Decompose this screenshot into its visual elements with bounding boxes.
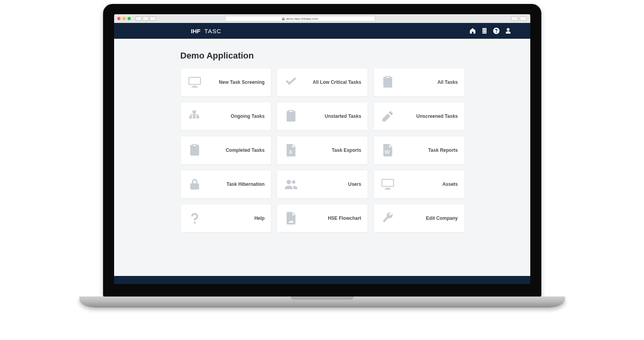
tabs-button[interactable] [520,16,527,21]
forward-button[interactable] [143,16,149,21]
card-all-tasks[interactable]: All Tasks [374,68,465,96]
app-name: TASC [205,28,222,34]
address-bar[interactable]: demo.tasc.ihfsaas.com [225,16,375,21]
card-all-low-critical-tasks[interactable]: All Low Critical Tasks [277,68,368,96]
content-area: Demo Application New Task Screening All … [114,39,530,276]
card-label: Users [301,181,361,187]
card-label: All Tasks [398,79,458,85]
share-button[interactable] [511,16,518,21]
account-button[interactable] [505,28,511,34]
user-icon [505,28,511,34]
close-window-button[interactable] [117,17,120,20]
laptop-mockup: demo.tasc.ihfsaas.com IHF TASC [103,4,541,308]
help-icon [493,28,499,34]
laptop-bezel: demo.tasc.ihfsaas.com IHF TASC [103,4,541,297]
card-edit-company[interactable]: Edit Company [374,204,465,232]
app-window: IHF TASC Demo Application New T [114,23,530,284]
card-label: HSE Flowchart [301,215,361,221]
card-label: Assets [398,181,458,187]
sitemap-icon [188,109,202,123]
brand: IHF TASC [191,28,222,34]
home-button[interactable] [469,28,476,34]
laptop-base [79,297,565,308]
page-title: Demo Application [180,51,465,61]
svg-text:W: W [385,149,390,155]
card-help[interactable]: Help [180,204,272,232]
app-header: IHF TASC [114,23,530,39]
url-text: demo.tasc.ihfsaas.com [286,17,318,21]
monitor-icon [381,177,395,191]
card-label: Completed Tasks [205,147,265,153]
window-controls [117,17,131,20]
card-label: Unstarted Tasks [301,113,361,119]
card-assets[interactable]: Assets [374,170,465,198]
monitor-icon [188,75,202,89]
minimize-window-button[interactable] [122,17,126,20]
card-ongoing-tasks[interactable]: Ongoing Tasks [180,102,272,130]
check-icon [284,75,298,89]
browser-toolbar: demo.tasc.ihfsaas.com [114,14,530,23]
nav-buttons [135,16,156,21]
header-actions [469,28,511,34]
card-unscreened-tasks[interactable]: Unscreened Tasks [374,102,465,130]
card-label: New Task Screening [205,79,265,85]
file-excel-icon: X [284,143,298,157]
home-icon [469,28,476,34]
card-hse-flowchart[interactable]: HSE Flowchart [277,204,368,232]
card-label: Edit Company [398,215,458,221]
back-button[interactable] [135,16,142,21]
card-label: Help [205,215,265,221]
card-users[interactable]: Users [277,170,368,198]
help-button[interactable] [493,28,499,34]
card-label: Task Reports [398,147,458,153]
question-icon [188,211,202,225]
file-word-icon: W [381,143,395,157]
file-image-icon [284,211,298,225]
logo-icon: IHF [191,28,201,34]
sidebar-button[interactable] [150,16,156,21]
clipboard-icon [284,109,298,123]
dashboard-grid: New Task Screening All Low Critical Task… [180,68,465,232]
building-icon [481,28,488,34]
card-new-task-screening[interactable]: New Task Screening [180,68,272,96]
users-icon [284,177,298,191]
card-task-exports[interactable]: X Task Exports [277,136,368,164]
lock-icon [188,177,202,191]
clipboard-check-icon [188,143,202,157]
card-completed-tasks[interactable]: Completed Tasks [180,136,272,164]
card-label: Ongoing Tasks [205,113,265,119]
padlock-icon [282,17,285,20]
wrench-icon [381,211,395,225]
svg-text:X: X [289,149,293,155]
card-task-hibernation[interactable]: Task Hibernation [180,170,272,198]
maximize-window-button[interactable] [128,17,131,20]
company-button[interactable] [481,28,488,34]
browser-right-controls [511,16,527,21]
clipboard-list-icon [381,75,395,89]
pencil-icon [381,109,395,123]
card-label: Unscreened Tasks [398,113,458,119]
card-unstarted-tasks[interactable]: Unstarted Tasks [277,102,368,130]
app-footer [114,276,530,284]
card-label: All Low Critical Tasks [301,79,361,85]
card-label: Task Exports [301,147,361,153]
card-task-reports[interactable]: W Task Reports [374,136,465,164]
card-label: Task Hibernation [205,181,265,187]
